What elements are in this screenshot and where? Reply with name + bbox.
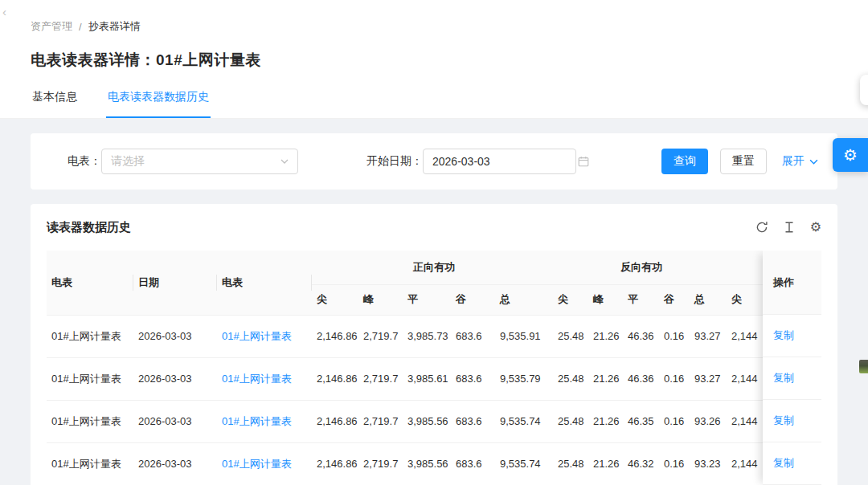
table-toolbar: ⚙ [755, 221, 821, 234]
sub-header-reverse-flat: 平 [623, 284, 659, 315]
cell-forward-flat: 3,985.61 [403, 357, 451, 400]
table-row: 01#上网计量表 2026-03-03 01#上网计量表 2,146.86 2,… [47, 357, 800, 400]
cell-forward-total: 9,535.74 [495, 400, 553, 442]
cell-reverse-peak: 21.26 [588, 315, 623, 357]
cell-forward-sharp: 2,146.86 [312, 442, 358, 485]
theme-settings-button[interactable]: ⚙ [833, 138, 868, 172]
start-date-input[interactable] [432, 155, 578, 168]
cell-reverse-sharp: 25.48 [553, 315, 588, 357]
cell-forward-valley: 683.6 [451, 400, 495, 442]
content-area: 电表： 请选择 开始日期： [0, 119, 868, 485]
copy-link[interactable]: 复制 [773, 371, 794, 385]
action-column: 操作 复制 复制 复制 复制 [763, 251, 821, 485]
data-table: 电表 日期 电表 正向有功 反向有功 尖 峰 平 谷 总 尖 峰 [47, 251, 800, 485]
copy-link[interactable]: 复制 [773, 456, 794, 471]
sub-header-reverse-valley: 谷 [659, 284, 690, 315]
cell-date: 2026-03-03 [133, 442, 217, 485]
cell-forward-valley: 683.6 [451, 357, 495, 400]
edge-floating-panel[interactable] [860, 75, 868, 105]
col-header-meter-link: 电表 [217, 251, 312, 315]
sub-header-forward-flat: 平 [403, 284, 451, 315]
start-date-label: 开始日期： [366, 154, 423, 169]
copy-link[interactable]: 复制 [773, 414, 794, 428]
meter-select-placeholder: 请选择 [111, 154, 145, 169]
column-height-icon[interactable] [784, 222, 795, 233]
cell-forward-flat: 3,985.56 [403, 442, 451, 485]
sub-header-reverse-peak: 峰 [588, 284, 623, 315]
cell-meter: 01#上网计量表 [47, 442, 133, 485]
cell-reverse-flat: 46.35 [623, 400, 659, 442]
cell-reverse-valley: 0.16 [659, 442, 690, 485]
cell-forward-peak: 2,719.7 [358, 400, 403, 442]
cell-reverse-sharp: 25.48 [553, 442, 588, 485]
expand-button[interactable]: 展开 [782, 154, 818, 169]
sub-header-forward-peak: 峰 [358, 284, 403, 315]
tabs: 基本信息 电表读表器数据历史 [31, 90, 837, 118]
table-card: 读表器数据历史 ⚙ [31, 204, 837, 485]
cell-forward-sharp: 2,146.86 [312, 357, 358, 400]
table-row: 01#上网计量表 2026-03-03 01#上网计量表 2,146.86 2,… [47, 442, 800, 485]
cell-reverse-total: 93.27 [690, 357, 727, 400]
cell-date: 2026-03-03 [133, 357, 217, 400]
breadcrumb: 资产管理 / 抄表器详情 [31, 19, 837, 34]
settings-icon[interactable]: ⚙ [810, 221, 821, 234]
cell-reverse-peak: 21.26 [588, 357, 623, 400]
cell-forward-total: 9,535.74 [495, 442, 553, 485]
cell-meter-link: 01#上网计量表 [217, 357, 312, 400]
page-header: 资产管理 / 抄表器详情 电表读表器详情：01#上网计量表 基本信息 电表读表器… [0, 0, 868, 119]
cell-reverse-peak: 21.26 [588, 400, 623, 442]
sub-header-forward-sharp: 尖 [312, 284, 358, 315]
cell-forward-flat: 3,985.73 [403, 315, 451, 357]
cell-reverse-total: 93.27 [690, 315, 727, 357]
table-card-title: 读表器数据历史 [47, 220, 131, 235]
search-button[interactable]: 查询 [661, 149, 708, 174]
cell-reverse-valley: 0.16 [659, 400, 690, 442]
cell-meter-link: 01#上网计量表 [217, 442, 312, 485]
cell-forward-sharp: 2,146.86 [312, 315, 358, 357]
breadcrumb-asset-management[interactable]: 资产管理 [31, 19, 72, 34]
cell-forward-peak: 2,719.7 [358, 315, 403, 357]
meter-link[interactable]: 01#上网计量表 [222, 458, 292, 470]
cell-forward-peak: 2,719.7 [358, 442, 403, 485]
col-header-meter: 电表 [47, 251, 133, 315]
reset-button[interactable]: 重置 [720, 149, 767, 174]
refresh-icon[interactable] [755, 221, 768, 234]
sub-header-reverse-sharp: 尖 [553, 284, 588, 315]
cell-forward-flat: 3,985.56 [403, 400, 451, 442]
calendar-icon [578, 156, 589, 167]
cell-forward-total: 9,535.79 [495, 357, 553, 400]
tab-data-history[interactable]: 电表读表器数据历史 [106, 90, 211, 118]
group-header-forward-active: 正向有功 [312, 251, 553, 284]
table-row: 01#上网计量表 2026-03-03 01#上网计量表 2,146.86 2,… [47, 400, 800, 442]
cell-forward-total: 9,535.91 [495, 315, 553, 357]
collapse-panel-icon[interactable]: ‹ [2, 5, 6, 18]
col-header-date: 日期 [133, 251, 217, 315]
action-cell: 复制 [763, 400, 821, 442]
cell-reverse-peak: 21.26 [588, 442, 623, 485]
cell-meter-link: 01#上网计量表 [217, 400, 312, 442]
expand-button-label: 展开 [782, 154, 805, 169]
cell-reverse-flat: 46.32 [623, 442, 659, 485]
data-table-wrap: 电表 日期 电表 正向有功 反向有功 尖 峰 平 谷 总 尖 峰 [47, 251, 821, 485]
cell-reverse-valley: 0.16 [659, 357, 690, 400]
meter-link[interactable]: 01#上网计量表 [222, 415, 292, 427]
meter-link[interactable]: 01#上网计量表 [222, 373, 292, 385]
cell-reverse-sharp: 25.48 [553, 400, 588, 442]
chevron-down-icon [809, 159, 818, 165]
edge-floating-widget[interactable] [859, 360, 868, 373]
group-header-reverse-active: 反向有功 [553, 251, 727, 284]
gear-icon: ⚙ [843, 145, 858, 165]
cell-reverse-total: 93.23 [690, 442, 727, 485]
copy-link[interactable]: 复制 [773, 328, 794, 343]
meter-select[interactable]: 请选择 [101, 149, 298, 174]
action-cell: 复制 [763, 357, 821, 400]
cell-date: 2026-03-03 [133, 315, 217, 357]
breadcrumb-meter-reader-detail: 抄表器详情 [88, 19, 141, 34]
start-date-picker[interactable] [423, 149, 576, 174]
cell-meter: 01#上网计量表 [47, 357, 133, 400]
meter-link[interactable]: 01#上网计量表 [222, 330, 292, 342]
table-row: 01#上网计量表 2026-03-03 01#上网计量表 2,146.86 2,… [47, 315, 800, 357]
breadcrumb-separator: / [79, 21, 82, 33]
tab-basic-info[interactable]: 基本信息 [31, 90, 79, 118]
cell-reverse-valley: 0.16 [659, 315, 690, 357]
